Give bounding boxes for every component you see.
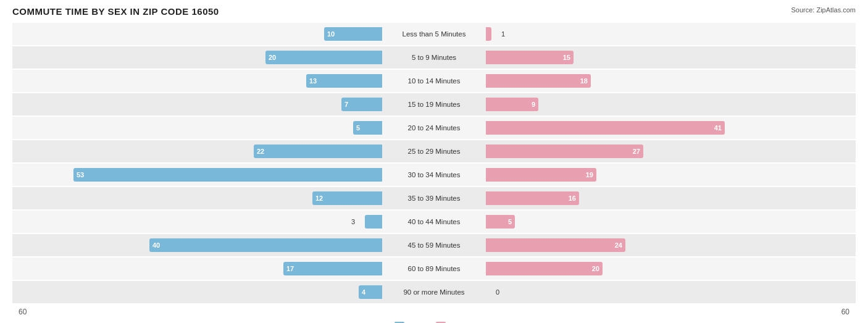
male-bar-area: 22 bbox=[12, 140, 385, 162]
female-value: 24 bbox=[615, 241, 622, 249]
female-bar-area: 27 bbox=[483, 140, 856, 162]
male-bar: 22 bbox=[254, 145, 382, 158]
female-value: 5 bbox=[508, 218, 512, 225]
chart-row: 1235 to 39 Minutes16 bbox=[12, 187, 856, 209]
female-bar-area: 16 bbox=[483, 187, 856, 209]
female-value: 20 bbox=[592, 265, 599, 272]
female-bar: 19 bbox=[486, 168, 596, 182]
female-value: 19 bbox=[586, 171, 593, 178]
row-label: Less than 5 Minutes bbox=[385, 30, 483, 38]
female-value: 18 bbox=[580, 77, 588, 85]
male-value: 53 bbox=[77, 171, 84, 178]
male-bar: 5 bbox=[353, 121, 382, 135]
male-value: 3 bbox=[351, 218, 355, 225]
male-bar: 4 bbox=[359, 285, 382, 299]
male-bar: 40 bbox=[149, 238, 382, 252]
row-label: 15 to 19 Minutes bbox=[385, 101, 483, 108]
male-value: 12 bbox=[315, 195, 323, 202]
male-bar-area: 13 bbox=[12, 70, 385, 92]
female-bar: 24 bbox=[486, 238, 625, 252]
row-label: 90 or more Minutes bbox=[385, 288, 483, 296]
male-bar-area: 3 bbox=[12, 211, 385, 233]
chart-row: 205 to 9 Minutes15 bbox=[12, 46, 856, 69]
male-value: 20 bbox=[269, 54, 276, 61]
chart-row: 340 to 44 Minutes5 bbox=[12, 211, 856, 233]
female-bar-area: 19 bbox=[483, 164, 856, 186]
male-value: 40 bbox=[152, 241, 160, 249]
female-value: 41 bbox=[714, 124, 722, 132]
female-bar: 41 bbox=[486, 121, 725, 135]
female-bar: 20 bbox=[486, 262, 603, 275]
row-label: 10 to 14 Minutes bbox=[385, 77, 483, 85]
male-bar: 13 bbox=[306, 74, 382, 88]
male-bar-area: 20 bbox=[12, 46, 385, 69]
female-bar: 18 bbox=[486, 74, 591, 88]
male-bar: 12 bbox=[312, 191, 382, 205]
female-value: 27 bbox=[633, 148, 640, 155]
chart-row: 5330 to 34 Minutes19 bbox=[12, 164, 856, 186]
male-value: 17 bbox=[286, 265, 294, 272]
female-value: 16 bbox=[569, 195, 576, 202]
chart-row: 1760 to 89 Minutes20 bbox=[12, 258, 856, 280]
female-bar: 1 bbox=[486, 27, 491, 41]
male-bar-area: 5 bbox=[12, 117, 385, 139]
female-value: 15 bbox=[563, 54, 570, 61]
male-value: 4 bbox=[362, 288, 365, 296]
chart-row: 4045 to 59 Minutes24 bbox=[12, 234, 856, 256]
female-value: 0 bbox=[496, 288, 499, 296]
male-bar-area: 17 bbox=[12, 258, 385, 280]
male-bar-area: 10 bbox=[12, 23, 385, 45]
female-bar-area: 9 bbox=[483, 93, 856, 115]
female-bar-area: 24 bbox=[483, 234, 856, 256]
female-bar-area: 1 bbox=[483, 23, 856, 45]
male-bar-area: 7 bbox=[12, 93, 385, 115]
female-bar: 27 bbox=[486, 145, 643, 158]
male-bar: 53 bbox=[73, 168, 382, 182]
male-value: 5 bbox=[356, 124, 360, 132]
axis-left-val: 60 bbox=[19, 308, 27, 316]
row-label: 30 to 34 Minutes bbox=[385, 171, 483, 178]
chart-row: 1310 to 14 Minutes18 bbox=[12, 70, 856, 92]
female-value: 1 bbox=[501, 30, 505, 38]
axis-row: 60 60 bbox=[12, 306, 856, 318]
female-bar-area: 18 bbox=[483, 70, 856, 92]
chart-area: 10Less than 5 Minutes1205 to 9 Minutes15… bbox=[12, 23, 856, 323]
male-value: 7 bbox=[344, 101, 348, 108]
female-bar-area: 0 bbox=[483, 281, 856, 303]
row-label: 20 to 24 Minutes bbox=[385, 124, 483, 132]
row-label: 40 to 44 Minutes bbox=[385, 218, 483, 225]
female-bar-area: 5 bbox=[483, 211, 856, 233]
female-bar: 15 bbox=[486, 51, 574, 64]
female-bar-area: 20 bbox=[483, 258, 856, 280]
male-bar-area: 12 bbox=[12, 187, 385, 209]
male-bar-area: 53 bbox=[12, 164, 385, 186]
male-bar-area: 4 bbox=[12, 281, 385, 303]
male-bar: 7 bbox=[341, 98, 382, 111]
source-label: Source: ZipAtlas.com bbox=[791, 6, 856, 14]
male-bar: 17 bbox=[283, 262, 382, 275]
axis-right-val: 60 bbox=[841, 308, 849, 316]
row-label: 45 to 59 Minutes bbox=[385, 241, 483, 249]
male-value: 10 bbox=[327, 30, 335, 38]
male-bar-area: 40 bbox=[12, 234, 385, 256]
chart-row: 490 or more Minutes0 bbox=[12, 281, 856, 303]
row-label: 60 to 89 Minutes bbox=[385, 265, 483, 272]
female-value: 9 bbox=[532, 101, 535, 108]
female-bar-area: 15 bbox=[483, 46, 856, 69]
female-bar: 16 bbox=[486, 191, 579, 205]
male-bar: 20 bbox=[265, 51, 382, 64]
male-value: 22 bbox=[257, 148, 264, 155]
male-bar: 10 bbox=[324, 27, 382, 41]
chart-row: 715 to 19 Minutes9 bbox=[12, 93, 856, 115]
chart-title: COMMUTE TIME BY SEX IN ZIP CODE 16050 bbox=[12, 6, 219, 17]
female-bar: 9 bbox=[486, 98, 538, 111]
male-value: 13 bbox=[309, 77, 317, 85]
male-bar: 3 bbox=[365, 215, 382, 229]
chart-row: 2225 to 29 Minutes27 bbox=[12, 140, 856, 162]
row-label: 5 to 9 Minutes bbox=[385, 54, 483, 61]
row-label: 35 to 39 Minutes bbox=[385, 195, 483, 202]
female-bar-area: 41 bbox=[483, 117, 856, 139]
female-bar: 5 bbox=[486, 215, 515, 229]
row-label: 25 to 29 Minutes bbox=[385, 148, 483, 155]
chart-row: 520 to 24 Minutes41 bbox=[12, 117, 856, 139]
